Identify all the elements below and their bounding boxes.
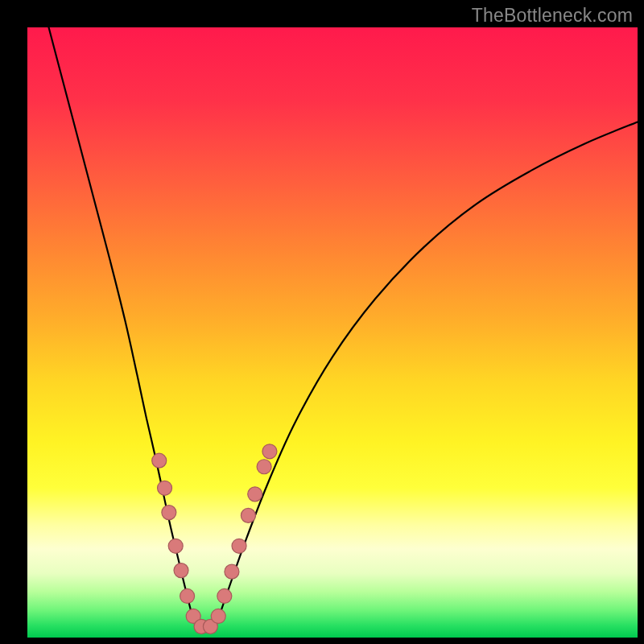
highlight-dot (152, 453, 167, 468)
plot-area (27, 27, 638, 638)
highlight-dot (241, 508, 255, 522)
gradient-background (27, 27, 638, 638)
highlight-dot (217, 588, 232, 603)
highlight-dot (232, 539, 246, 553)
watermark-text: TheBottleneck.com (472, 5, 633, 27)
highlight-dot (168, 539, 183, 553)
highlight-dot (248, 487, 262, 502)
highlight-dot (174, 564, 188, 578)
outer-frame: TheBottleneck.com (0, 0, 644, 644)
highlight-dot (211, 609, 225, 623)
highlight-dot (257, 460, 271, 474)
highlight-dot (158, 481, 172, 495)
highlight-dot (262, 444, 277, 459)
highlight-dot (162, 506, 176, 520)
highlight-dot (225, 564, 239, 579)
highlight-dot (180, 588, 195, 603)
